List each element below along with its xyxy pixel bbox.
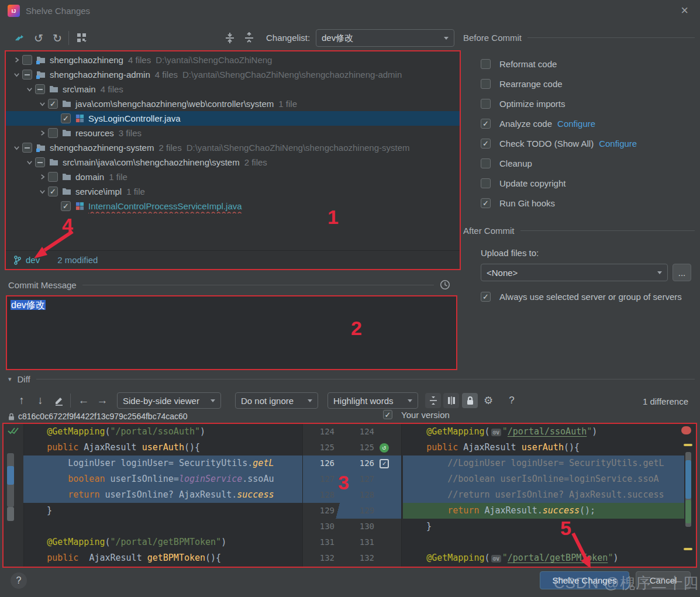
shelve-silently-icon[interactable]	[13, 32, 27, 44]
tree-row[interactable]: shengchaozhineng4 filesD:\yantai\ShengCh…	[6, 53, 460, 67]
tree-row[interactable]: shengchaozhineng-system2 filesD:\yantai\…	[6, 140, 460, 155]
option-checkbox[interactable]	[481, 119, 491, 129]
edit-pencil-icon[interactable]	[51, 393, 67, 408]
tree-row[interactable]: domain1 file	[6, 170, 460, 184]
tree-row[interactable]: InternalControlProcessServiceImpl.java	[6, 199, 460, 213]
refresh-icon[interactable]: ↻	[50, 32, 64, 44]
option-checkbox[interactable]	[481, 139, 491, 149]
tree-node-checkbox[interactable]	[22, 55, 32, 65]
tree-row[interactable]: SysLoginController.java	[6, 111, 460, 126]
whitespace-policy-dropdown[interactable]: Do not ignore	[235, 392, 318, 409]
tree-node-checkbox[interactable]	[35, 84, 45, 94]
chevron-collapsed-icon[interactable]	[11, 53, 22, 67]
option-checkbox[interactable]	[481, 99, 491, 109]
close-icon[interactable]: ×	[681, 3, 688, 18]
gear-settings-icon[interactable]: ⚙	[481, 393, 496, 408]
group-by-icon[interactable]	[75, 32, 89, 44]
history-clock-icon[interactable]	[440, 279, 450, 290]
commit-message-input[interactable]: dev修改	[6, 295, 457, 370]
your-version-checkbox[interactable]	[383, 410, 392, 419]
cancel-button[interactable]: Cancel	[636, 571, 691, 589]
before-commit-option[interactable]: Run Git hooks	[481, 193, 697, 213]
lock-icon	[8, 413, 15, 420]
tree-row[interactable]: service\impl1 file	[6, 184, 460, 199]
synchronize-scrolling-icon[interactable]	[443, 393, 459, 408]
before-commit-option[interactable]: Check TODO (Show All)Configure	[481, 133, 697, 153]
previous-file-icon[interactable]: ←	[76, 393, 91, 408]
chevron-expanded-icon[interactable]	[36, 96, 48, 111]
tree-node-checkbox[interactable]	[48, 128, 58, 138]
tree-node-checkbox[interactable]	[61, 201, 71, 211]
right-scrollbar-added-mark[interactable]	[685, 500, 691, 523]
always-use-server-checkbox[interactable]	[481, 292, 491, 302]
highlight-mode-dropdown[interactable]: Highlight words	[327, 392, 418, 409]
right-scrollbar-changed-mark[interactable]	[685, 460, 691, 499]
option-checkbox[interactable]	[481, 178, 491, 188]
before-commit-option[interactable]: Update copyright	[481, 173, 697, 193]
left-scrollbar-changed-mark[interactable]	[7, 466, 14, 485]
option-checkbox[interactable]	[481, 198, 491, 208]
line-number-right: 130	[342, 519, 374, 534]
your-version-row[interactable]: Your version	[383, 408, 450, 422]
tree-node-checkbox[interactable]	[48, 99, 58, 109]
collapse-all-icon[interactable]	[242, 32, 256, 44]
undo-icon[interactable]: ↺	[32, 32, 46, 44]
branch-name[interactable]: dev	[26, 255, 40, 265]
option-checkbox[interactable]	[481, 79, 491, 89]
tree-node-checkbox[interactable]	[48, 187, 58, 196]
chevron-expanded-icon[interactable]	[23, 82, 35, 96]
tree-node-checkbox[interactable]	[61, 113, 71, 123]
tree-node-checkbox[interactable]	[48, 172, 58, 182]
disable-editing-lock-icon[interactable]	[462, 393, 478, 408]
viewer-mode-dropdown[interactable]: Side-by-side viewer	[117, 392, 221, 409]
left-scrollbar-thumb[interactable]	[7, 507, 14, 521]
chevron-collapsed-icon[interactable]	[36, 170, 48, 184]
chevron-expanded-icon[interactable]	[11, 67, 22, 82]
tree-node-checkbox[interactable]	[35, 157, 45, 167]
next-difference-icon[interactable]: ↓	[33, 393, 48, 408]
modified-count[interactable]: 2 modified	[57, 255, 98, 265]
chevron-expanded-icon[interactable]	[23, 155, 35, 170]
revert-change-icon[interactable]: ↺	[380, 443, 389, 453]
always-use-server-row[interactable]: Always use selected server or group of s…	[481, 287, 682, 306]
tree-node-checkbox[interactable]	[22, 143, 32, 153]
url-inlay-icon: ⊙∨	[491, 429, 501, 436]
upload-target-dropdown[interactable]: <None>	[481, 264, 668, 281]
upload-more-button[interactable]: ...	[673, 264, 691, 281]
tree-row[interactable]: src\main4 files	[6, 82, 460, 96]
diff-help-icon[interactable]: ?	[504, 393, 519, 408]
diff-left-editor[interactable]: @GetMapping("/portal/ssoAuth") public Aj…	[4, 424, 302, 567]
previous-difference-icon[interactable]: ↑	[14, 393, 29, 408]
chevron-expanded-icon[interactable]	[36, 184, 48, 199]
collapse-unchanged-icon[interactable]	[425, 393, 441, 408]
chevron-expanded-icon[interactable]	[11, 140, 22, 155]
option-checkbox[interactable]	[481, 59, 491, 69]
tree-row[interactable]: java\com\shengchaozhineng\web\controller…	[6, 96, 460, 111]
collapse-triangle-icon[interactable]: ▾	[8, 375, 12, 383]
expand-all-icon[interactable]	[223, 32, 237, 44]
upload-target-value: <None>	[487, 268, 657, 278]
diff-right-editor[interactable]: @GetMapping(⊙∨"/portal/ssoAuth") public …	[401, 424, 696, 567]
changes-tree-panel[interactable]: shengchaozhineng4 filesD:\yantai\ShengCh…	[5, 50, 461, 270]
configure-link[interactable]: Configure	[599, 139, 637, 149]
tree-row[interactable]: src\main\java\com\shengchaozhineng\syste…	[6, 155, 460, 170]
before-commit-option[interactable]: Reformat code	[481, 54, 697, 74]
help-button[interactable]: ?	[11, 572, 27, 589]
diff-panel[interactable]: @GetMapping("/portal/ssoAuth") public Aj…	[2, 423, 697, 568]
tree-row[interactable]: shengchaozhineng-admin4 filesD:\yantai\S…	[6, 67, 460, 82]
tree-node-checkbox[interactable]	[22, 70, 32, 80]
configure-link[interactable]: Configure	[557, 119, 595, 129]
changelist-dropdown[interactable]: dev修改	[316, 29, 454, 47]
option-checkbox[interactable]	[481, 158, 491, 168]
shelve-changes-button[interactable]: Shelve Changes	[540, 571, 629, 589]
before-commit-option[interactable]: Rearrange code	[481, 74, 697, 94]
code-token	[405, 426, 426, 437]
tree-row[interactable]: resources3 files	[6, 126, 460, 140]
include-change-checkbox[interactable]: ✓	[380, 459, 389, 468]
chevron-collapsed-icon[interactable]	[36, 126, 48, 140]
before-commit-option[interactable]: Cleanup	[481, 153, 697, 173]
next-file-icon[interactable]: →	[95, 393, 110, 408]
folder-project-icon	[36, 67, 46, 82]
before-commit-option[interactable]: Optimize imports	[481, 94, 697, 113]
before-commit-option[interactable]: Analyze codeConfigure	[481, 113, 697, 133]
